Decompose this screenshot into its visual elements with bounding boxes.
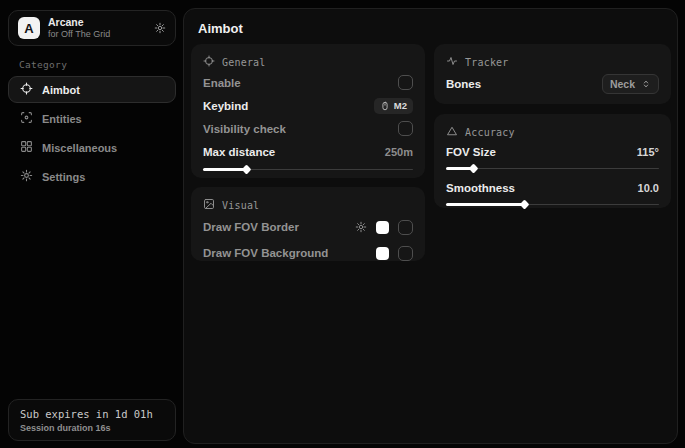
sidebar-item-label: Miscellaneous [42,142,117,154]
fov-background-checkbox[interactable] [398,246,413,261]
card-general: General Enable Keybind M2 Visibility che… [191,44,425,178]
main-panel: Aimbot General Enable Keybind M2 [183,8,678,444]
card-title: Tracker [465,57,509,68]
visibility-check-label: Visibility check [203,123,286,135]
card-accuracy: Accuracy FOV Size 115° Smoothness 10.0 [434,114,671,208]
row-keybind: Keybind M2 [203,95,413,116]
sidebar-item-label: Settings [42,171,85,183]
keybind-button[interactable]: M2 [374,98,413,114]
max-distance-value: 250m [385,146,413,158]
mouse-icon [380,101,390,111]
image-icon [203,196,215,214]
sidebar-item-label: Entities [42,113,82,125]
card-title: General [222,57,266,68]
card-title: Visual [222,200,259,211]
card-title: Accuracy [465,127,515,138]
smoothness-slider[interactable] [446,200,659,208]
slider-thumb[interactable] [242,165,252,175]
row-visibility-check: Visibility check [203,118,413,139]
subscription-card: Sub expires in 1d 01h Session duration 1… [8,399,176,441]
row-max-distance: Max distance 250m [203,141,413,162]
max-distance-label: Max distance [203,146,275,158]
grid-icon [20,140,33,155]
fov-background-label: Draw FOV Background [203,247,328,259]
app-logo: A [18,17,40,39]
app-name: Arcane [48,16,110,29]
bones-label: Bones [446,78,481,90]
crosshair-icon [203,53,215,71]
fov-border-label: Draw FOV Border [203,221,299,233]
activity-icon [446,53,458,71]
fov-border-color-swatch[interactable] [376,221,389,234]
row-fov-border: Draw FOV Border [203,215,413,239]
row-bones: Bones Neck [446,72,659,96]
scan-icon [20,111,33,126]
row-fov-background: Draw FOV Background [203,241,413,265]
sidebar-item-entities[interactable]: Entities [8,105,176,132]
fov-size-label: FOV Size [446,146,496,158]
sidebar-item-miscellaneous[interactable]: Miscellaneous [8,134,176,161]
gear-icon [20,169,33,184]
fov-background-color-swatch[interactable] [376,247,389,260]
sidebar-item-label: Aimbot [42,84,80,96]
keybind-label: Keybind [203,100,248,112]
card-tracker: Tracker Bones Neck [434,44,671,104]
slider-thumb[interactable] [519,200,529,210]
row-enable: Enable [203,72,413,93]
fov-size-slider[interactable] [446,164,659,172]
gear-icon[interactable] [355,221,367,233]
sidebar-item-aimbot[interactable]: Aimbot [8,76,176,103]
sidebar-item-settings[interactable]: Settings [8,163,176,190]
app-subtitle: for Off The Grid [48,29,110,40]
row-fov-size: FOV Size 115° [446,142,659,161]
card-visual: Visual Draw FOV Border Draw FOV Backgrou… [191,187,425,261]
gear-icon[interactable] [154,22,166,34]
session-duration-text: Session duration 16s [20,423,164,433]
smoothness-label: Smoothness [446,182,515,194]
category-label: Category [19,59,176,70]
fov-size-value: 115° [637,146,659,158]
smoothness-value: 10.0 [638,182,659,194]
sidebar: A Arcane for Off The Grid Category Aimbo… [8,10,176,441]
sub-expiry-text: Sub expires in 1d 01h [20,408,164,420]
chevrons-up-down-icon [641,79,651,89]
visibility-checkbox[interactable] [398,121,413,136]
app-header: A Arcane for Off The Grid [8,10,176,46]
page-title: Aimbot [198,21,243,36]
max-distance-slider[interactable] [203,165,413,173]
enable-checkbox[interactable] [398,75,413,90]
slider-thumb[interactable] [468,164,478,174]
crosshair-icon [20,82,33,97]
fov-border-checkbox[interactable] [398,220,413,235]
bones-select[interactable]: Neck [602,74,659,94]
row-smoothness: Smoothness 10.0 [446,178,659,197]
enable-label: Enable [203,77,241,89]
triangle-icon [446,123,458,141]
